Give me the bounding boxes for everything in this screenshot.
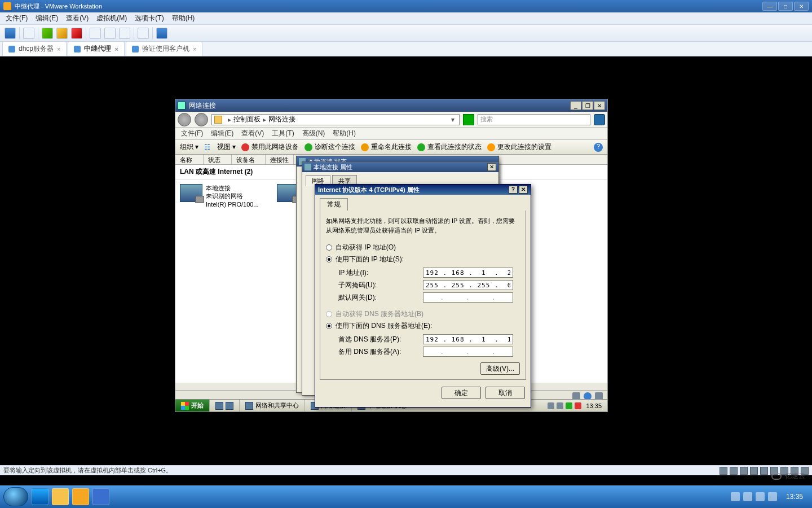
ip-address-field[interactable] xyxy=(423,268,513,278)
back-button[interactable] xyxy=(178,113,191,126)
device-cd-icon[interactable] xyxy=(730,467,738,475)
connection-item[interactable]: 本地连接 未识别的网络 Intel(R) PRO/100... xyxy=(180,184,259,208)
play-icon[interactable] xyxy=(42,28,53,39)
col-status[interactable]: 状态 xyxy=(204,155,232,164)
radio-icon xyxy=(326,323,332,329)
vmware-icon[interactable] xyxy=(72,488,89,505)
device-floppy-icon[interactable] xyxy=(740,467,748,475)
host-start-button[interactable] xyxy=(3,487,28,506)
advanced-button[interactable]: 高级(V)... xyxy=(480,362,520,375)
power-on-icon[interactable] xyxy=(5,28,16,39)
clock[interactable]: 13:35 xyxy=(584,402,604,409)
host-clock[interactable]: 13:35 xyxy=(780,493,809,501)
pause-icon[interactable] xyxy=(56,28,68,39)
device-net-icon[interactable] xyxy=(750,467,758,475)
menu-help[interactable]: 帮助(H) xyxy=(333,129,356,138)
restore-button[interactable]: ❐ xyxy=(582,101,593,110)
menu-view[interactable]: 查看(V) xyxy=(241,129,264,138)
gateway-field[interactable] xyxy=(423,292,513,303)
vmware-title-text: 中继代理 - VMware Workstation xyxy=(15,2,102,11)
cancel-button[interactable]: 取消 xyxy=(486,387,525,399)
dialog-titlebar[interactable]: Internet 协议版本 4 (TCP/IPv4) 属性 ? ✕ xyxy=(315,185,531,195)
minimize-button[interactable]: _ xyxy=(570,101,581,110)
menu-edit[interactable]: 编辑(E) xyxy=(36,14,58,23)
unity-icon[interactable] xyxy=(104,28,116,39)
search-input[interactable]: 搜索 xyxy=(478,114,590,125)
tab-general[interactable]: 常规 xyxy=(320,198,348,211)
ql-icon[interactable] xyxy=(215,402,223,410)
col-name[interactable]: 名称 xyxy=(175,155,204,164)
word-icon[interactable] xyxy=(92,488,109,505)
console-icon[interactable] xyxy=(156,28,167,39)
rename-button[interactable]: 重命名此连接 xyxy=(361,142,412,152)
close-button[interactable]: ✕ xyxy=(594,101,605,110)
tray-flag-icon[interactable] xyxy=(743,492,752,501)
organize-button[interactable]: 组织 ▾ xyxy=(180,142,198,152)
device-hdd-icon[interactable] xyxy=(720,467,727,475)
start-button[interactable]: 开始 xyxy=(175,400,209,411)
alternate-dns-field[interactable] xyxy=(423,347,513,357)
breadcrumb-item[interactable]: 网络连接 xyxy=(268,115,295,124)
ql-icon[interactable] xyxy=(226,402,233,410)
tray-icon[interactable] xyxy=(557,402,563,409)
tray-icon[interactable] xyxy=(566,402,572,409)
subnet-mask-field[interactable] xyxy=(423,280,513,290)
tab-close-icon[interactable]: × xyxy=(114,46,118,52)
menu-file[interactable]: 文件(F) xyxy=(181,129,203,138)
breadcrumb[interactable]: ▸ 控制面板 ▸ 网络连接 ▾ xyxy=(211,114,460,125)
change-settings-button[interactable]: 更改此连接的设置 xyxy=(487,142,551,152)
device-usb-icon[interactable] xyxy=(760,467,768,475)
radio-manual-ip[interactable]: 使用下面的 IP 地址(S): xyxy=(326,253,520,265)
refresh-button[interactable] xyxy=(463,114,474,125)
menu-view[interactable]: 查看(V) xyxy=(66,14,89,23)
snapshot-icon[interactable] xyxy=(23,28,34,39)
search-button[interactable] xyxy=(594,114,605,125)
disable-device-button[interactable]: 禁用此网络设备 xyxy=(241,142,299,152)
forward-button[interactable] xyxy=(195,113,208,126)
menu-file[interactable]: 文件(F) xyxy=(6,14,28,23)
help-button[interactable]: ? xyxy=(509,186,518,194)
chevron-down-icon[interactable]: ▾ xyxy=(449,116,457,124)
fullscreen-icon[interactable] xyxy=(119,28,130,39)
menu-tools[interactable]: 工具(T) xyxy=(272,129,294,138)
menu-help[interactable]: 帮助(H) xyxy=(172,14,195,23)
tab-close-icon[interactable]: × xyxy=(57,46,60,52)
maximize-button[interactable]: □ xyxy=(778,2,793,11)
label-ip: IP 地址(I): xyxy=(338,268,423,278)
status-button[interactable]: 查看此连接的状态 xyxy=(417,142,482,152)
close-button[interactable]: ✕ xyxy=(794,2,809,11)
layout-icon[interactable] xyxy=(90,28,101,39)
tray-icon[interactable] xyxy=(731,492,740,501)
tray-icon[interactable] xyxy=(575,402,581,409)
menu-edit[interactable]: 编辑(E) xyxy=(211,129,233,138)
close-button[interactable]: ✕ xyxy=(487,163,496,171)
col-conn[interactable]: 连接性 xyxy=(266,155,294,164)
diagnose-button[interactable]: 诊断这个连接 xyxy=(304,142,355,152)
menu-vm[interactable]: 虚拟机(M) xyxy=(96,14,127,23)
stop-icon[interactable] xyxy=(71,28,82,39)
tray-volume-icon[interactable] xyxy=(768,492,777,501)
radio-auto-ip[interactable]: 自动获得 IP 地址(O) xyxy=(326,242,520,253)
tray-network-icon[interactable] xyxy=(756,492,765,501)
tab-relay[interactable]: 中继代理× xyxy=(68,41,124,56)
view-button[interactable]: ☷ 视图 ▾ xyxy=(204,142,236,152)
explorer-icon[interactable] xyxy=(52,488,69,505)
radio-manual-dns[interactable]: 使用下面的 DNS 服务器地址(E): xyxy=(326,320,520,332)
breadcrumb-item[interactable]: 控制面板 xyxy=(233,115,261,124)
menu-advanced[interactable]: 高级(N) xyxy=(302,129,325,138)
close-button[interactable]: ✕ xyxy=(519,186,528,194)
thumbnail-icon[interactable] xyxy=(138,28,149,39)
col-device[interactable]: 设备名 xyxy=(232,155,266,164)
preferred-dns-field[interactable] xyxy=(423,334,513,344)
tab-client[interactable]: 验证使用客户机× xyxy=(126,41,202,56)
tab-dhcp[interactable]: dhcp服务器× xyxy=(2,41,67,56)
tab-close-icon[interactable]: × xyxy=(193,46,196,52)
window-titlebar[interactable]: 网络连接 _ ❐ ✕ xyxy=(175,99,607,112)
menu-tabs[interactable]: 选项卡(T) xyxy=(135,14,164,23)
ok-button[interactable]: 确定 xyxy=(442,387,481,399)
minimize-button[interactable]: — xyxy=(762,2,777,11)
ie-icon[interactable] xyxy=(32,488,48,505)
taskbar-item[interactable]: 网络和共享中心 xyxy=(239,400,304,411)
tray-icon[interactable] xyxy=(548,402,554,409)
help-icon[interactable]: ? xyxy=(594,143,603,152)
